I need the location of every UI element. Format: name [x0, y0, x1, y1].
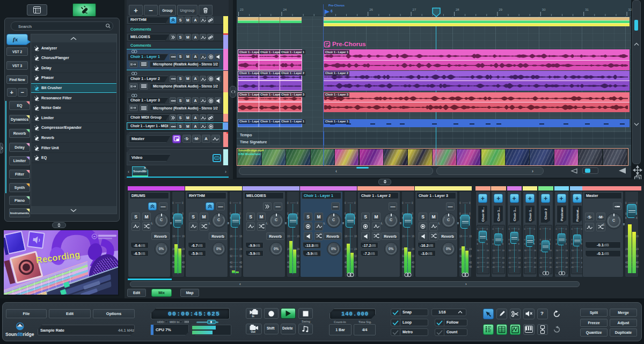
svg-text:16: 16: [555, 249, 558, 252]
svg-text:24: 24: [487, 257, 489, 259]
svg-text:8: 8: [477, 243, 479, 245]
svg-text:16: 16: [477, 249, 480, 252]
svg-text:16: 16: [287, 235, 290, 238]
svg-text:16: 16: [502, 249, 505, 252]
svg-text:32: 32: [354, 255, 357, 258]
svg-text:32: 32: [230, 255, 233, 258]
svg-text:0: 0: [402, 202, 404, 204]
svg-text:40: 40: [518, 266, 521, 268]
svg-text:40: 40: [524, 266, 526, 268]
svg-text:31: 31: [585, 8, 589, 11]
svg-text:27: 27: [413, 8, 416, 11]
svg-text:16: 16: [172, 235, 175, 238]
svg-text:0: 0: [625, 213, 627, 215]
svg-text:40: 40: [493, 266, 495, 268]
svg-text:40: 40: [182, 261, 185, 264]
svg-text:16: 16: [550, 249, 552, 252]
svg-text:48: 48: [230, 266, 233, 268]
svg-text:0: 0: [239, 202, 241, 204]
svg-text:16: 16: [354, 235, 357, 238]
svg-text:8: 8: [508, 243, 510, 245]
svg-text:40: 40: [550, 266, 552, 268]
svg-text:8: 8: [518, 243, 519, 245]
svg-text:0: 0: [459, 202, 461, 204]
svg-text:8: 8: [550, 243, 551, 245]
svg-text:32: 32: [493, 261, 495, 264]
svg-text:32: 32: [518, 261, 521, 264]
svg-text:0: 0: [477, 228, 479, 230]
svg-text:8: 8: [487, 243, 488, 245]
svg-text:24: 24: [493, 257, 495, 259]
svg-text:8: 8: [493, 243, 494, 245]
svg-text:0: 0: [524, 238, 525, 241]
svg-text:0: 0: [550, 238, 551, 241]
svg-text:16: 16: [518, 249, 521, 252]
svg-text:0: 0: [502, 238, 504, 241]
svg-text:0: 0: [182, 202, 184, 204]
svg-text:0: 0: [354, 202, 356, 204]
svg-text:32: 32: [565, 261, 568, 264]
svg-text:28: 28: [456, 8, 459, 11]
svg-text:16: 16: [524, 249, 526, 252]
svg-text:32: 32: [487, 261, 489, 264]
svg-text:32: 32: [477, 261, 480, 264]
svg-text:24: 24: [524, 257, 526, 259]
svg-text:0: 0: [493, 228, 494, 230]
svg-text:0: 0: [533, 228, 535, 230]
svg-text:16: 16: [508, 249, 511, 252]
svg-text:0: 0: [477, 238, 479, 241]
svg-text:24: 24: [412, 248, 415, 251]
svg-text:8: 8: [540, 243, 541, 245]
svg-text:24: 24: [565, 257, 568, 259]
svg-text:0: 0: [565, 228, 567, 230]
svg-text:8: 8: [571, 243, 573, 245]
svg-text:16: 16: [493, 249, 495, 252]
svg-text:16: 16: [565, 249, 568, 252]
svg-text:30: 30: [542, 8, 546, 11]
svg-text:32: 32: [182, 255, 185, 258]
svg-text:40: 40: [469, 261, 472, 264]
svg-text:24: 24: [571, 257, 574, 259]
svg-text:16: 16: [412, 235, 415, 238]
svg-text:0: 0: [172, 202, 174, 204]
svg-text:0: 0: [540, 238, 541, 241]
svg-text:32: 32: [636, 255, 639, 258]
svg-text:8: 8: [524, 243, 525, 245]
svg-text:24: 24: [239, 248, 243, 251]
svg-text:24: 24: [283, 8, 287, 11]
svg-text:40: 40: [354, 261, 357, 264]
svg-text:40: 40: [555, 266, 558, 268]
svg-text:32: 32: [508, 261, 511, 264]
svg-text:40: 40: [230, 261, 233, 264]
svg-text:16: 16: [533, 249, 536, 252]
svg-text:40: 40: [477, 266, 480, 268]
svg-text:40: 40: [297, 261, 300, 264]
svg-text:0: 0: [571, 238, 573, 241]
svg-text:32: 32: [571, 261, 574, 264]
svg-text:0: 0: [508, 228, 510, 230]
svg-text:40: 40: [508, 266, 511, 268]
svg-text:40: 40: [540, 266, 543, 268]
svg-text:24: 24: [297, 248, 300, 251]
svg-text:40: 40: [636, 261, 639, 264]
svg-text:16: 16: [345, 235, 348, 238]
svg-text:24: 24: [518, 257, 521, 259]
svg-text:0: 0: [297, 202, 298, 204]
svg-text:0: 0: [524, 228, 525, 230]
svg-text:32: 32: [628, 8, 632, 11]
svg-text:16: 16: [487, 249, 489, 252]
svg-text:24: 24: [636, 248, 639, 251]
svg-text:48: 48: [182, 266, 185, 268]
svg-text:40: 40: [502, 266, 505, 268]
svg-text:0: 0: [412, 202, 413, 204]
svg-text:32: 32: [533, 261, 536, 264]
svg-text:0: 0: [508, 238, 510, 241]
svg-text:24: 24: [469, 248, 472, 251]
svg-text:48: 48: [297, 266, 300, 268]
svg-text:0: 0: [345, 202, 346, 204]
svg-text:16: 16: [182, 235, 185, 238]
svg-text:0: 0: [555, 228, 557, 230]
svg-text:32: 32: [555, 261, 558, 264]
svg-text:24: 24: [550, 257, 552, 259]
svg-text:0: 0: [571, 228, 573, 230]
